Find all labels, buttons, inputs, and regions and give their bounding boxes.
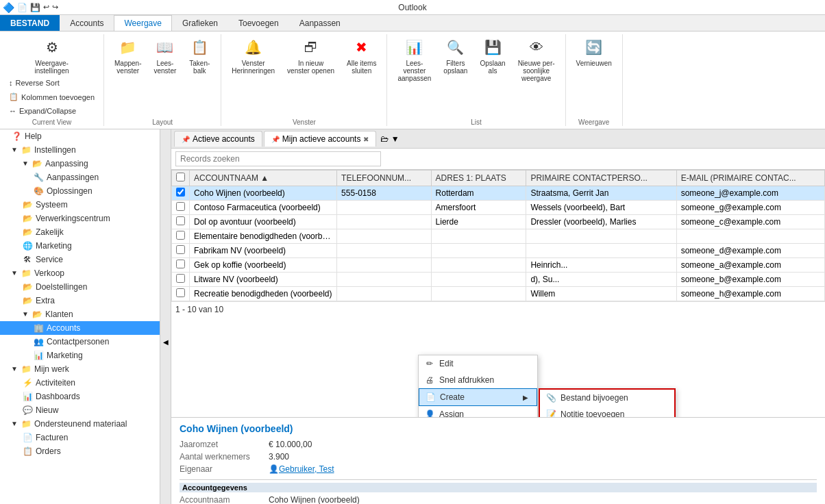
eigenaar-link[interactable]: Gebruiker, Test [279,464,334,474]
sidebar-item-mijn-werk[interactable]: ▼ 📁 Mijn werk [0,362,171,376]
context-assign[interactable]: 👤 Assign [419,406,537,417]
vernieuwen-label: Vernieuwen [576,60,612,67]
sidebar-item-marketing[interactable]: 🌐 Marketing [0,239,171,253]
sidebar-item-accounts[interactable]: 🏢 Accounts [0,321,171,335]
submenu-notitie-toevoegen[interactable]: 📝 Notitie toevoegen [540,406,674,417]
leesvenster-aanpassen-btn[interactable]: 📊 Lees-vensteraanpassen [393,34,436,84]
sidebar-item-zakelijk[interactable]: 📂 Zakelijk [0,225,171,239]
marketing-sub-label: Marketing [47,351,83,360]
sidebar-item-verkoop[interactable]: ▼ 📁 Verkoop [0,266,171,280]
row-check-2[interactable] [176,202,185,211]
app-title: Outlook [398,3,426,12]
table-row[interactable]: Coho Wijnen (voorbeeld) 555-0158 Rotterd… [172,186,825,201]
table-row[interactable]: Fabrikam NV (voorbeeld) someone_d@exampl… [172,244,825,258]
sidebar-item-activiteiten[interactable]: ⚡ Activiteiten [0,376,171,390]
alle-items-btn[interactable]: ✖ Alle itemssluiten [342,34,381,77]
aanpassingen-label: Aanpassingen [47,173,99,182]
expand-collapse-btn[interactable]: ↔ Expand/Collapse [5,105,98,117]
weergave-items: 🔄 Vernieuwen [571,34,617,117]
table-row[interactable]: Litware NV (voorbeeld) d), Su... someone… [172,273,825,287]
select-all-checkbox[interactable] [176,173,185,181]
aanpassing-icon: 📂 [32,158,42,169]
title-bar: 🔷 📄 💾 ↩ ↪ Outlook [0,0,825,15]
tab-close-btn[interactable]: ✖ [363,136,369,143]
row-check-5[interactable] [176,245,185,254]
col-contactpersoon[interactable]: PRIMAIRE CONTACTPERSO... [526,171,676,186]
sidebar-item-systeem[interactable]: 📂 Systeem [0,198,171,212]
takenbalk-btn[interactable]: 📋 Taken-balk [184,34,215,77]
sidebar-item-verwerkingscentrum[interactable]: 📂 Verwerkingscentrum [0,212,171,225]
bijvoegen-icon: 📎 [545,392,556,403]
ondersteunend-icon: 📁 [21,418,32,429]
mijn-werk-icon: 📁 [21,364,32,375]
sidebar-item-doelstellingen[interactable]: 📂 Doelstellingen [0,280,171,294]
sidebar-item-ondersteunend[interactable]: ▼ 📁 Ondersteunend materiaal [0,417,171,431]
sidebar-item-klanten[interactable]: ▼ 📂 Klanten [0,307,171,321]
leesvenster-btn[interactable]: 📖 Lees-venster [149,34,181,77]
sidebar-item-aanpassing[interactable]: ▼ 📂 Aanpassing [0,157,171,171]
sidebar-item-oplossingen[interactable]: 🎨 Oplossingen [0,184,171,198]
sidebar-item-marketing-sub[interactable]: 📊 Marketing [0,349,171,362]
table-row[interactable]: Gek op koffie (voorbeeld) Heinrich... so… [172,258,825,273]
nieuw-icon: 💬 [22,405,33,416]
weergave-instellingen-btn[interactable]: ⚙ Weergave-instellingen [29,34,73,77]
tab-aanpassen[interactable]: Aanpassen [289,15,351,31]
row-check-7[interactable] [176,274,185,283]
nieuw-venster-btn[interactable]: 🗗 In nieuwvenster openen [282,34,339,77]
tab-toevoegen[interactable]: Toevoegen [228,15,289,31]
table-row[interactable]: Contoso Farmaceutica (voorbeeld) Amersfo… [172,201,825,215]
tab-weergave[interactable]: Weergave [114,15,171,31]
sidebar-item-extra[interactable]: 📂 Extra [0,294,171,307]
col-telefoon[interactable]: TELEFOONNUM... [337,171,431,186]
tab-mijn-actieve[interactable]: 📌 Mijn actieve accounts ✖ [264,131,377,147]
mappenvenster-btn[interactable]: 📁 Mappen-venster [110,34,146,77]
col-accountnaam[interactable]: ACCOUNTNAAM ▲ [190,171,337,186]
sidebar-item-service[interactable]: 🛠 Service [0,253,171,266]
sidebar-item-nieuw[interactable]: 💬 Nieuw [0,403,171,417]
instellingen-collapse[interactable]: ▼ [11,146,19,154]
row-check-6[interactable] [176,260,185,268]
tab-dropdown[interactable]: 🗁 ▼ [380,134,399,144]
sidebar-item-contactpersonen[interactable]: 👥 Contactpersonen [0,335,171,349]
ondersteunend-collapse[interactable]: ▼ [11,420,19,428]
sidebar-collapse-right-btn[interactable]: ◀ [160,129,171,504]
submenu-bestand-bijvoegen[interactable]: 📎 Bestand bijvoegen [540,390,674,406]
venster-herinneringen-btn[interactable]: 🔔 VensterHerinneringen [227,34,280,77]
context-edit[interactable]: ✏ Edit [419,355,537,372]
sidebar-item-aanpassingen[interactable]: 🔧 Aanpassingen [0,171,171,184]
verkoop-collapse[interactable]: ▼ [11,269,19,277]
sidebar-item-help[interactable]: ❓ Help [0,129,171,143]
table-row[interactable]: Recreatie benodigdheden (voorbeeld) Will… [172,287,825,301]
row-check-3[interactable] [176,216,185,225]
row-check-1[interactable] [176,188,185,197]
row-check-4[interactable] [176,231,185,240]
mijn-werk-collapse[interactable]: ▼ [11,365,19,373]
sidebar-item-orders[interactable]: 📋 Orders [0,444,171,458]
context-snel-afdrukken[interactable]: 🖨 Snel afdrukken [419,372,537,388]
context-create[interactable]: 📄 Create ▶ 📎 Bestand bijvoegen 📝 Notitie… [419,388,537,406]
vernieuwen-btn[interactable]: 🔄 Vernieuwen [571,34,617,69]
search-input[interactable] [175,151,381,166]
kolommen-btn[interactable]: 📋 Kolommen toevoegen [5,90,98,103]
opslaan-als-btn[interactable]: 💾 Opslaanals [475,34,510,77]
redo-btn[interactable]: ↪ [52,3,58,12]
tab-accounts[interactable]: Accounts [60,15,114,31]
table-row[interactable]: Elementaire benodigdheden (voorbeeld) [172,229,825,244]
row-contact-8: Willem [526,287,676,301]
tab-bestand[interactable]: BESTAND [0,15,60,31]
col-email[interactable]: E-MAIL (PRIMAIRE CONTAC... [676,171,824,186]
reverse-sort-btn[interactable]: ↕ Reverse Sort [5,77,98,89]
filters-opslaan-btn[interactable]: 🔍 Filtersopslaan [439,34,472,77]
klanten-collapse[interactable]: ▼ [22,310,30,318]
tab-actieve-accounts[interactable]: 📌 Actieve accounts [174,131,262,147]
nieuwe-weergave-btn[interactable]: 👁 Nieuwe per-soonlijkeweergave [513,34,560,84]
table-row[interactable]: Dol op avontuur (voorbeeld) Lierde Dress… [172,215,825,229]
sidebar-item-instellingen[interactable]: ▼ 📁 Instellingen [0,143,171,157]
aanpassing-collapse[interactable]: ▼ [22,160,30,168]
undo-btn[interactable]: ↩ [43,3,49,12]
tab-grafieken[interactable]: Grafieken [172,15,228,31]
row-check-8[interactable] [176,288,185,297]
sidebar-item-facturen[interactable]: 📄 Facturen [0,431,171,444]
col-adres[interactable]: ADRES 1: PLAATS [431,171,526,186]
sidebar-item-dashboards[interactable]: 📊 Dashboards [0,390,171,403]
